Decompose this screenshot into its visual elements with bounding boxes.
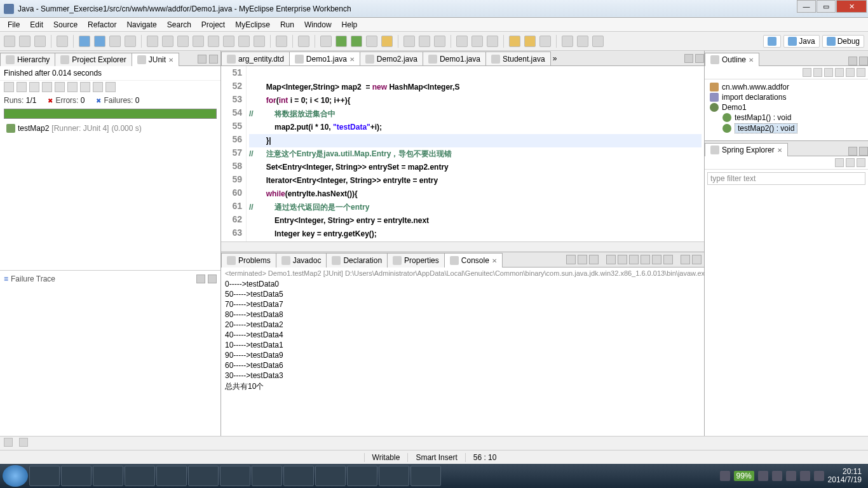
tab-console[interactable]: Console✕ <box>444 253 503 268</box>
junit-next-fail-icon[interactable] <box>4 82 14 92</box>
menu-navigate[interactable]: Navigate <box>121 19 161 30</box>
search-icon[interactable] <box>456 36 468 47</box>
taskbar-app[interactable] <box>61 466 92 486</box>
wizard2-icon[interactable] <box>162 36 173 47</box>
hide-nonpublic-icon[interactable] <box>835 68 844 77</box>
minimize-view-icon[interactable] <box>848 147 857 156</box>
taskbar-app[interactable] <box>252 466 282 486</box>
wizard-icon[interactable] <box>147 36 158 47</box>
back-icon[interactable] <box>509 36 520 47</box>
system-clock[interactable]: 20:11 2014/7/19 <box>828 468 865 484</box>
console-pin-icon[interactable] <box>629 255 639 264</box>
console-display-icon[interactable] <box>641 255 650 264</box>
hide-fields-icon[interactable] <box>813 68 822 77</box>
workset-icon[interactable] <box>562 36 573 47</box>
outline-class[interactable]: Demo1 <box>710 102 863 112</box>
filter-icon[interactable] <box>208 274 217 283</box>
close-tab-icon[interactable]: ✕ <box>777 147 782 154</box>
hide-static-icon[interactable] <box>824 68 833 77</box>
tray-icon[interactable] <box>786 471 796 481</box>
taskbar-app[interactable] <box>379 466 409 486</box>
close-button[interactable]: ✕ <box>836 0 867 13</box>
new-proj-icon[interactable] <box>434 36 445 47</box>
close-tab-icon[interactable]: ✕ <box>168 57 173 64</box>
menu-source[interactable]: Source <box>48 19 83 30</box>
new-pkg-icon[interactable] <box>419 36 430 47</box>
junit-test-item[interactable]: testMap2 [Runner: JUnit 4] (0.000 s) <box>6 124 214 133</box>
menu-project[interactable]: Project <box>196 19 230 30</box>
menu-search[interactable]: Search <box>162 19 196 30</box>
trim-icon[interactable] <box>4 438 13 447</box>
menu-file[interactable]: File <box>3 19 25 30</box>
console-lock-icon[interactable] <box>618 255 627 264</box>
taskbar-app[interactable] <box>156 466 187 486</box>
close-tab-icon[interactable]: ✕ <box>749 57 754 64</box>
tab-project-explorer[interactable]: Project Explorer <box>55 53 132 66</box>
sort-icon[interactable] <box>803 68 811 77</box>
console-remove-icon[interactable] <box>578 255 587 264</box>
menu-help[interactable]: Help <box>337 19 363 30</box>
perspective-java[interactable]: Java <box>783 35 819 48</box>
package-icon[interactable] <box>276 36 287 47</box>
junit-rerun-fail-icon[interactable] <box>55 82 65 92</box>
minimize-view-icon[interactable] <box>681 255 690 264</box>
maximize-button[interactable]: ▭ <box>817 0 836 13</box>
wizard4-icon[interactable] <box>193 36 204 47</box>
taskbar-app[interactable] <box>283 466 314 486</box>
maximize-view-icon[interactable] <box>859 57 868 65</box>
menu-refactor[interactable]: Refactor <box>83 19 121 30</box>
taskbar-app[interactable] <box>410 466 441 486</box>
tab-outline[interactable]: Outline✕ <box>705 53 759 66</box>
console-new-icon[interactable] <box>663 255 673 264</box>
coverage-icon[interactable] <box>366 36 377 47</box>
launch2-icon[interactable] <box>125 36 136 47</box>
junit-pin-icon[interactable] <box>80 82 90 92</box>
debug-bug-icon[interactable] <box>320 36 332 47</box>
spring-filter-input[interactable]: type filter text <box>707 172 865 185</box>
menu-edit[interactable]: Edit <box>25 19 48 30</box>
code-area[interactable]: Map<Integer,String> map2 = new HashMap<I… <box>247 66 704 241</box>
forward-icon[interactable] <box>524 36 536 47</box>
taskbar-app[interactable] <box>125 466 155 486</box>
save-icon[interactable] <box>19 36 31 47</box>
tab-problems[interactable]: Problems <box>221 253 276 268</box>
junit-rerun-icon[interactable] <box>42 82 52 92</box>
taskbar-app[interactable] <box>315 466 346 486</box>
console-clear-icon[interactable] <box>606 255 616 264</box>
spring-collapse-icon[interactable] <box>835 158 844 167</box>
editor-tab[interactable]: arg_entity.dtd <box>221 51 290 66</box>
tray-icon[interactable] <box>720 471 730 481</box>
spring-link-icon[interactable] <box>846 158 855 167</box>
junit-menu-icon[interactable] <box>105 82 116 92</box>
taskbar-app[interactable] <box>220 466 250 486</box>
maximize-view-icon[interactable] <box>859 147 868 156</box>
compare-icon[interactable] <box>196 274 205 283</box>
junit-history-icon[interactable] <box>67 82 78 92</box>
tab-spring-explorer[interactable]: Spring Explorer✕ <box>705 143 788 156</box>
outline-package[interactable]: cn.wwh.www.addfor <box>710 82 863 92</box>
launch-icon[interactable] <box>109 36 121 47</box>
workset3-icon[interactable] <box>592 36 604 47</box>
open-perspective-button[interactable] <box>763 35 781 48</box>
minimize-editor-icon[interactable] <box>684 54 693 63</box>
menu-window[interactable]: Window <box>299 19 337 30</box>
close-tab-icon[interactable]: ✕ <box>349 56 355 63</box>
close-tab-icon[interactable]: ✕ <box>492 257 497 264</box>
profile-icon[interactable] <box>381 36 393 47</box>
editor-tab[interactable]: Demo1.java✕ <box>289 51 360 66</box>
trim-icon[interactable] <box>19 438 28 447</box>
code-editor[interactable]: 51525354555657585960616263 Map<Integer,S… <box>221 66 704 241</box>
tasks-icon[interactable] <box>487 36 498 47</box>
console-removeall-icon[interactable] <box>589 255 599 264</box>
menu-myeclipse[interactable]: MyEclipse <box>230 19 275 30</box>
minimize-view-icon[interactable] <box>198 55 207 64</box>
taskbar-app[interactable] <box>29 466 60 486</box>
print-icon[interactable] <box>57 36 68 47</box>
outline-imports[interactable]: import declarations <box>710 92 863 102</box>
run-ext-icon[interactable] <box>351 36 362 47</box>
last-edit-icon[interactable] <box>539 36 551 47</box>
tray-icon[interactable] <box>772 471 782 481</box>
outline-method[interactable]: testMap1() : void <box>710 112 863 123</box>
spring-sort-icon[interactable] <box>857 158 865 167</box>
console-open-icon[interactable] <box>652 255 661 264</box>
